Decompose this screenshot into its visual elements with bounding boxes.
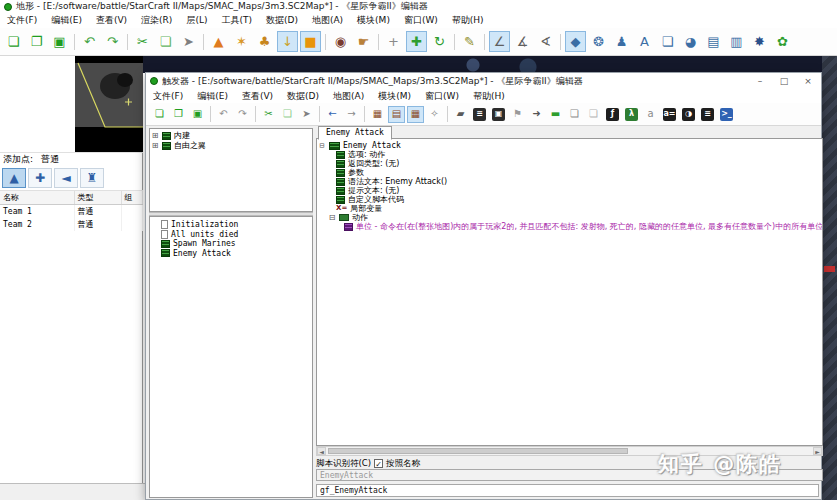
column-header-0[interactable]: 名称	[0, 191, 74, 205]
main-menu-item-2[interactable]: 查看(V)	[89, 12, 134, 29]
save-map-icon[interactable]: ▣	[49, 31, 70, 52]
point-tower-icon[interactable]: ♜	[80, 168, 104, 188]
trigger-menu-item-0[interactable]: 文件(F)	[146, 88, 190, 105]
new-folder-icon[interactable]: ▰	[452, 106, 469, 123]
detail-prop-3[interactable]: 语法文本: Enemy Attack()	[318, 177, 821, 186]
move-cross-icon[interactable]: ✚	[406, 31, 427, 52]
terrain-viewport[interactable]	[143, 56, 837, 73]
camera-icon[interactable]: ◉	[330, 31, 351, 52]
new-map-icon[interactable]: ❏	[3, 31, 24, 52]
function-icon[interactable]: ƒ	[604, 106, 621, 123]
units-module-icon[interactable]: ♟	[611, 31, 632, 52]
maximize-button[interactable]: □	[775, 76, 793, 86]
trigger-menu-item-4[interactable]: 地图(A)	[326, 88, 371, 105]
add-point-type-select[interactable]: 普通	[41, 153, 59, 166]
scroll-left-icon[interactable]: ◄	[317, 447, 326, 455]
trigger-list-item-2[interactable]: Spawn Marines	[151, 239, 311, 249]
table-row[interactable]: Team 1普通	[0, 205, 143, 219]
expand-icon[interactable]: ⊟	[318, 141, 326, 150]
new-event-icon[interactable]: ▤	[388, 106, 405, 123]
flag-icon[interactable]: ⚑	[509, 106, 526, 123]
scroll-right-icon[interactable]: ►	[813, 447, 822, 455]
doc-module-icon[interactable]: ❏	[657, 31, 678, 52]
trigger-menu-item-6[interactable]: 窗口(W)	[418, 88, 466, 105]
trigger-menu-item-2[interactable]: 查看(V)	[235, 88, 280, 105]
terrain-module-icon[interactable]: ◆	[565, 31, 586, 52]
library-tree-item-1[interactable]: ⊞自由之翼	[151, 141, 311, 151]
main-menu-item-8[interactable]: 模块(M)	[350, 12, 397, 29]
lambda-icon[interactable]: λ	[623, 106, 640, 123]
minimap[interactable]	[75, 56, 143, 152]
detail-prop-4[interactable]: 提示文本: (无)	[318, 186, 821, 195]
cinematic-module-icon[interactable]: ▥	[726, 31, 747, 52]
constant-icon[interactable]: a=	[661, 106, 678, 123]
main-menu-item-10[interactable]: 帮助(H)	[445, 12, 491, 29]
tab-enemy-attack[interactable]: Enemy Attack	[318, 126, 392, 140]
forward-icon[interactable]: →	[343, 106, 360, 123]
new-trigger-icon[interactable]: ▦	[369, 106, 386, 123]
paste-icon[interactable]: ❏	[155, 31, 176, 52]
select-arrow-icon[interactable]: ➤	[298, 106, 315, 123]
open-map-icon[interactable]: ❐	[26, 31, 47, 52]
open-doc-icon[interactable]: ❐	[170, 106, 187, 123]
table-row[interactable]: Team 2普通	[0, 218, 143, 231]
column-header-2[interactable]: 组	[121, 191, 142, 205]
ui-module-icon[interactable]: ▤	[703, 31, 724, 52]
expand-icon[interactable]: ⊞	[151, 141, 159, 151]
trigger-menu-item-7[interactable]: 帮助(H)	[466, 88, 512, 105]
point-beacon-icon[interactable]: ▲	[2, 168, 26, 188]
point-move-icon[interactable]: ✚	[28, 168, 52, 188]
new-action-icon[interactable]: ▦	[407, 106, 424, 123]
detail-prop-0[interactable]: 选项: 动作	[318, 150, 821, 159]
frame-select-icon[interactable]: +	[383, 31, 404, 52]
detail-prop-7[interactable]: ⊟动作	[318, 213, 821, 222]
fx-module-icon[interactable]: ✸	[749, 31, 770, 52]
cliff-module-icon[interactable]: ❂	[588, 31, 609, 52]
detail-prop-6[interactable]: X=局部变量	[318, 204, 821, 213]
cut-icon[interactable]: ✂	[132, 31, 153, 52]
foliage-module-icon[interactable]: ✿	[772, 31, 793, 52]
column-header-1[interactable]: 类型	[74, 191, 121, 205]
main-menu-item-1[interactable]: 编辑(E)	[44, 12, 89, 29]
axis-free-icon[interactable]: ∢	[535, 31, 556, 52]
text-module-icon[interactable]: A	[634, 31, 655, 52]
script-name-input[interactable]: EnemyAttack	[316, 469, 823, 481]
library-icon[interactable]: ▣	[490, 106, 507, 123]
axis-xyz-icon[interactable]: ∠	[489, 31, 510, 52]
detail-action-item[interactable]: 单位 - 命令在(在(整张地图)内的属于玩家2的, 并且匹配不包括: 发射物, …	[318, 222, 821, 231]
import-script-icon[interactable]: ❏	[585, 106, 602, 123]
pencil-icon[interactable]: ✎	[459, 31, 480, 52]
terrain-viewport-right[interactable]	[822, 56, 837, 500]
main-menu-item-7[interactable]: 地图(A)	[305, 12, 350, 29]
minimize-button[interactable]: –	[751, 76, 769, 86]
trigger-menu-item-3[interactable]: 数据(D)	[280, 88, 326, 105]
cinematic-icon[interactable]: ▬	[547, 106, 564, 123]
descend-tool-icon[interactable]: ↓	[277, 31, 298, 52]
library-tree-item-0[interactable]: ⊞内建	[151, 131, 311, 141]
new-doc-icon[interactable]: ❏	[151, 106, 168, 123]
tree-brush-icon[interactable]: ♣	[254, 31, 275, 52]
main-menu-item-0[interactable]: 文件(F)	[0, 12, 44, 29]
close-button[interactable]: ×	[799, 76, 817, 86]
main-menu-item-5[interactable]: 工具(T)	[214, 12, 259, 29]
main-menu-item-4[interactable]: 层(L)	[179, 12, 214, 29]
region-square-icon[interactable]: ■	[300, 31, 321, 52]
creature-brush-icon[interactable]: ✶	[231, 31, 252, 52]
expand-icon[interactable]: ⊟	[328, 213, 336, 222]
record-circle-icon[interactable]: ◑	[680, 106, 697, 123]
preset-icon[interactable]: ≡	[699, 106, 716, 123]
new-comment-icon[interactable]: ✧	[426, 106, 443, 123]
run-icon[interactable]: ➜	[528, 106, 545, 123]
axis-xy-icon[interactable]: ∡	[512, 31, 533, 52]
trigger-list-item-1[interactable]: All units died	[151, 230, 311, 240]
planet-module-icon[interactable]: ◕	[680, 31, 701, 52]
back-icon[interactable]: ←	[324, 106, 341, 123]
trigger-list-item-3[interactable]: Enemy Attack	[151, 249, 311, 259]
main-menu-item-6[interactable]: 数据(D)	[259, 12, 305, 29]
point-sound-icon[interactable]: ◄	[54, 168, 78, 188]
rotate-icon[interactable]: ↻	[429, 31, 450, 52]
record-list-icon[interactable]: ≡	[471, 106, 488, 123]
flame-brush-icon[interactable]: ▲	[208, 31, 229, 52]
cut-icon[interactable]: ✂	[260, 106, 277, 123]
trigger-menu-item-1[interactable]: 编辑(E)	[190, 88, 235, 105]
